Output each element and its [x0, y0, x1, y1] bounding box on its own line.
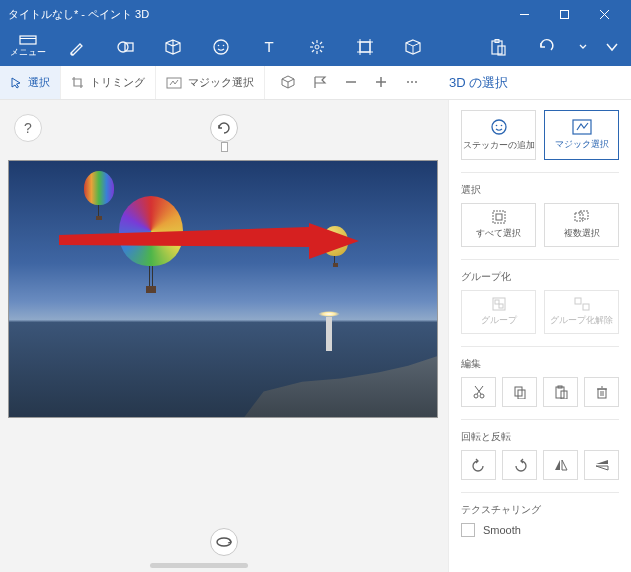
canvas-scrollbar[interactable]	[150, 563, 248, 568]
section-group-label: グループ化	[461, 270, 619, 284]
tool-history-dropdown[interactable]	[571, 28, 595, 66]
tool-select[interactable]: 選択	[0, 66, 61, 99]
tool-3d-library[interactable]	[390, 28, 436, 66]
svg-rect-44	[573, 120, 591, 134]
ungroup-icon	[574, 297, 590, 311]
sticker-icon	[490, 118, 508, 136]
svg-line-26	[406, 43, 413, 46]
paste-small-icon	[554, 385, 568, 399]
flip-vertical-button[interactable]	[584, 450, 619, 480]
magic-select-button[interactable]: マジック選択	[544, 110, 619, 160]
title-bar: タイトルなし* - ペイント 3D	[0, 0, 631, 28]
maximize-button[interactable]	[545, 0, 583, 28]
svg-rect-53	[583, 304, 589, 310]
tool-stickers[interactable]	[198, 28, 244, 66]
svg-point-38	[415, 81, 417, 83]
crop-icon	[71, 76, 84, 89]
tool-text[interactable]: T	[246, 28, 292, 66]
svg-point-37	[411, 81, 413, 83]
multi-select-icon	[574, 210, 590, 224]
delete-button[interactable]	[584, 377, 619, 407]
svg-rect-50	[495, 300, 499, 304]
balloon-small-left	[84, 171, 114, 220]
tool-3d-shapes[interactable]	[150, 28, 196, 66]
tool-zoom-out[interactable]	[345, 76, 357, 90]
toolbar-extras	[265, 66, 435, 99]
smooth-checkbox[interactable]	[461, 523, 475, 537]
ribbon-bar: メニュー T	[0, 28, 631, 66]
paste-button[interactable]	[543, 377, 578, 407]
tool-trimming[interactable]: トリミング	[61, 66, 156, 99]
minus-icon	[345, 76, 357, 88]
multi-select-button[interactable]: 複数選択	[544, 203, 619, 247]
menu-label: メニュー	[10, 46, 46, 59]
select-label: 選択	[28, 75, 50, 90]
close-button[interactable]	[585, 0, 623, 28]
shapes-2d-icon	[116, 38, 134, 56]
menu-folder-icon	[19, 35, 37, 45]
flip-horizontal-button[interactable]	[543, 450, 578, 480]
selection-handle-top[interactable]	[221, 142, 228, 152]
canvas-image[interactable]	[8, 160, 438, 418]
svg-line-20	[312, 50, 314, 52]
smooth-toggle[interactable]: Smooth	[461, 523, 619, 537]
tool-magic-select[interactable]: マジック選択	[156, 66, 265, 99]
svg-point-55	[480, 394, 484, 398]
copy-button[interactable]	[502, 377, 537, 407]
canvas-crop-icon	[356, 38, 374, 56]
tool-paste[interactable]	[475, 28, 521, 66]
chevron-down-icon	[579, 43, 587, 51]
tool-undo[interactable]	[523, 28, 569, 66]
cube-small-icon	[281, 75, 295, 89]
rotate-handle-bottom[interactable]	[210, 528, 238, 556]
rotate-handle-top[interactable]	[210, 114, 238, 142]
magic-select-label: マジック選択	[555, 138, 609, 151]
undo-icon	[537, 38, 555, 56]
cut-button[interactable]	[461, 377, 496, 407]
ungroup-label: グループ化解除	[550, 314, 613, 327]
minimize-button[interactable]	[505, 0, 543, 28]
tool-2d-shapes[interactable]	[102, 28, 148, 66]
ungroup-button: グループ化解除	[544, 290, 619, 334]
tool-zoom-in[interactable]	[375, 76, 387, 90]
svg-rect-52	[575, 298, 581, 304]
sub-toolbar: 選択 トリミング マジック選択 3D の選択	[0, 66, 631, 100]
group-icon	[492, 297, 506, 311]
text-icon: T	[260, 38, 278, 56]
canvas-area[interactable]: ?	[0, 100, 448, 572]
tool-brush[interactable]	[54, 28, 100, 66]
svg-rect-7	[125, 43, 133, 51]
svg-point-36	[407, 81, 409, 83]
magic-select-panel-icon	[572, 119, 592, 135]
tool-effects[interactable]	[294, 28, 340, 66]
tool-more[interactable]	[405, 76, 419, 90]
rotate-cw-button[interactable]	[502, 450, 537, 480]
add-sticker-button[interactable]: ステッカーの追加	[461, 110, 536, 160]
select-all-button[interactable]: すべて選択	[461, 203, 536, 247]
plus-icon	[375, 76, 387, 88]
tool-canvas[interactable]	[342, 28, 388, 66]
magic-select-icon	[166, 77, 182, 89]
svg-rect-4	[20, 36, 36, 44]
tool-collapse[interactable]	[597, 28, 627, 66]
smooth-label: Smooth	[483, 524, 521, 536]
annotation-arrow	[59, 223, 359, 263]
menu-button[interactable]: メニュー	[4, 28, 52, 66]
trimming-label: トリミング	[90, 75, 145, 90]
svg-rect-63	[598, 389, 606, 398]
panel-title: 3D の選択	[435, 66, 631, 99]
paste-icon	[489, 38, 507, 56]
flag-icon	[313, 75, 327, 89]
tool-3d-view[interactable]	[281, 75, 295, 91]
svg-text:T: T	[264, 38, 273, 55]
svg-line-27	[413, 43, 420, 46]
help-button[interactable]: ?	[14, 114, 42, 142]
side-panel: ステッカーの追加 マジック選択 選択 すべて選択 複数選択 グループ化 グル	[448, 100, 631, 572]
section-rotate-label: 回転と反転	[461, 430, 619, 444]
tool-flag[interactable]	[313, 75, 327, 91]
rotate-cw-icon	[512, 458, 528, 472]
section-edit-label: 編集	[461, 357, 619, 371]
window-controls	[505, 0, 623, 28]
rotate-ccw-button[interactable]	[461, 450, 496, 480]
multi-select-label: 複数選択	[564, 227, 600, 240]
